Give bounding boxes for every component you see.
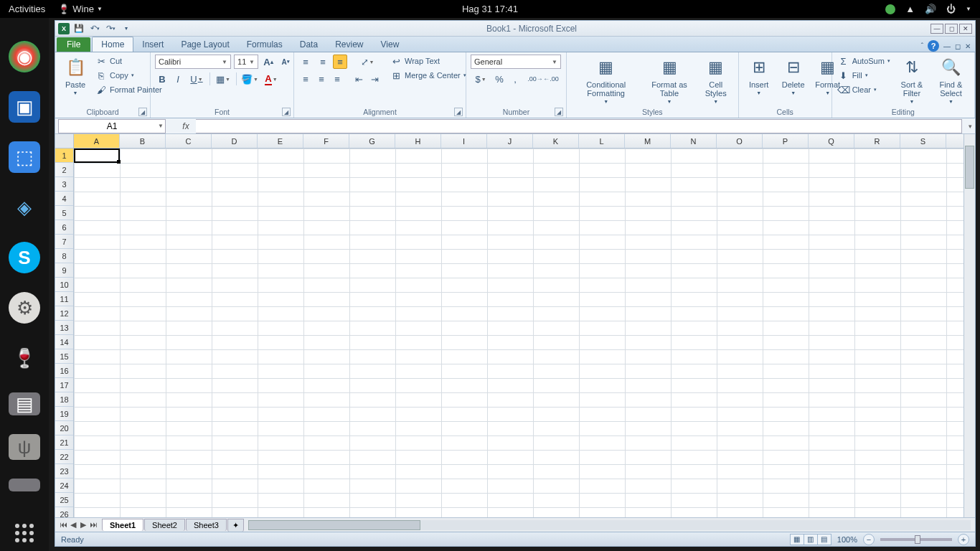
row-header-4[interactable]: 4 <box>55 192 73 206</box>
clear-button[interactable]: ⌫Clear▾ <box>837 83 892 96</box>
help-icon[interactable]: ? <box>928 40 939 52</box>
column-header-L[interactable]: L <box>579 134 625 148</box>
power-icon[interactable]: ⏻ <box>946 4 956 14</box>
column-header-B[interactable]: B <box>120 134 166 148</box>
find-select-button[interactable]: 🔍Find & Select▼ <box>932 55 970 105</box>
column-header-E[interactable]: E <box>258 134 303 148</box>
column-header-M[interactable]: M <box>625 134 671 148</box>
sheet-nav-prev[interactable]: ◀ <box>68 520 78 529</box>
view-page-layout-button[interactable]: ▥ <box>804 534 818 545</box>
qat-redo[interactable]: ↷▾ <box>104 22 117 35</box>
tab-view[interactable]: View <box>372 37 408 52</box>
row-header-8[interactable]: 8 <box>55 249 73 263</box>
row-header-3[interactable]: 3 <box>55 177 73 192</box>
increase-font-button[interactable]: A▴ <box>261 55 275 69</box>
active-cell[interactable] <box>74 149 120 163</box>
name-box[interactable]: A1▼ <box>58 119 166 133</box>
column-header-D[interactable]: D <box>212 134 258 148</box>
app-menu[interactable]: 🍷 Wine ▼ <box>58 4 103 14</box>
row-header-18[interactable]: 18 <box>55 392 73 407</box>
view-normal-button[interactable]: ▦ <box>790 534 804 545</box>
align-left-button[interactable]: ≡ <box>298 72 313 86</box>
row-header-16[interactable]: 16 <box>55 364 73 378</box>
vertical-scrollbar[interactable] <box>963 134 975 517</box>
sheet-nav-last[interactable]: ⏭ <box>88 520 98 529</box>
tab-data[interactable]: Data <box>291 37 326 52</box>
formula-input[interactable] <box>196 119 962 133</box>
column-header-G[interactable]: G <box>349 134 395 148</box>
dock-removable[interactable]: ▤ <box>9 392 40 415</box>
column-header-R[interactable]: R <box>854 134 900 148</box>
dock-vbox-mgr[interactable]: ◈ <box>9 192 40 223</box>
expand-formula-bar[interactable]: ▾ <box>965 123 975 130</box>
row-header-7[interactable]: 7 <box>55 235 73 249</box>
dock-usb[interactable]: ψ <box>9 434 40 460</box>
row-header-15[interactable]: 15 <box>55 349 73 364</box>
zoom-out-button[interactable]: − <box>863 534 875 545</box>
cell-styles-button[interactable]: ▦Cell Styles▼ <box>698 55 734 105</box>
row-header-13[interactable]: 13 <box>55 321 73 335</box>
row-header-1[interactable]: 1 <box>55 149 73 163</box>
chevron-down-icon[interactable]: ▼ <box>966 6 971 12</box>
column-header-C[interactable]: C <box>166 134 212 148</box>
clipboard-dialog-launcher[interactable]: ◢ <box>138 108 147 116</box>
new-sheet-button[interactable]: ✦ <box>227 519 244 532</box>
zoom-in-button[interactable]: + <box>958 534 969 545</box>
show-applications[interactable] <box>15 524 34 542</box>
sheet-tab-3[interactable]: Sheet3 <box>186 519 227 531</box>
comma-format-button[interactable]: , <box>508 72 522 86</box>
font-size-combo[interactable]: 11▼ <box>234 55 258 69</box>
dock-skype[interactable]: S <box>9 242 40 273</box>
merge-center-button[interactable]: ⊞Merge & Center▾ <box>389 69 468 82</box>
row-header-12[interactable]: 12 <box>55 306 73 321</box>
wifi-icon[interactable]: ▲ <box>905 4 915 14</box>
select-all-corner[interactable] <box>55 134 74 148</box>
maximize-button[interactable]: ◻ <box>945 24 958 34</box>
qat-customize[interactable]: ▾ <box>120 22 133 35</box>
row-header-20[interactable]: 20 <box>55 421 73 435</box>
paste-button[interactable]: 📋 Paste ▼ <box>60 55 91 97</box>
column-header-P[interactable]: P <box>763 134 809 148</box>
qat-save[interactable]: 💾 <box>72 22 85 35</box>
tab-review[interactable]: Review <box>326 37 372 52</box>
row-header-24[interactable]: 24 <box>55 479 73 493</box>
number-format-combo[interactable]: General▼ <box>471 55 561 69</box>
file-tab[interactable]: File <box>57 37 90 52</box>
increase-decimal-button[interactable]: .00→ <box>528 72 542 86</box>
close-button[interactable]: ✕ <box>959 24 972 34</box>
workbook-restore[interactable]: ◻ <box>955 42 961 50</box>
align-middle-button[interactable]: ≡ <box>316 55 330 69</box>
wrap-text-button[interactable]: ↩Wrap Text <box>389 55 468 67</box>
column-header-O[interactable]: O <box>717 134 763 148</box>
workbook-close[interactable]: ✕ <box>965 42 971 50</box>
sheet-nav-first[interactable]: ⏮ <box>58 520 68 529</box>
align-right-button[interactable]: ≡ <box>330 72 344 86</box>
fx-icon[interactable]: fx <box>179 121 193 131</box>
workbook-minimize[interactable]: — <box>943 42 951 50</box>
italic-button[interactable]: I <box>171 72 185 86</box>
align-bottom-button[interactable]: ≡ <box>333 55 347 69</box>
delete-cells-button[interactable]: ⊟Delete▼ <box>778 55 809 97</box>
insert-cells-button[interactable]: ⊞Insert▼ <box>743 55 775 97</box>
row-header-17[interactable]: 17 <box>55 378 73 392</box>
sheet-tab-1[interactable]: Sheet1 <box>102 519 143 531</box>
row-header-26[interactable]: 26 <box>55 507 73 517</box>
number-dialog-launcher[interactable]: ◢ <box>555 108 563 116</box>
row-header-22[interactable]: 22 <box>55 450 73 464</box>
dock-wine[interactable]: 🍷 <box>9 342 40 374</box>
row-header-10[interactable]: 10 <box>55 278 73 292</box>
dock-chrome[interactable]: ◉ <box>9 41 40 72</box>
column-header-H[interactable]: H <box>395 134 441 148</box>
autosum-button[interactable]: ΣAutoSum▾ <box>837 55 892 67</box>
row-header-11[interactable]: 11 <box>55 292 73 306</box>
row-header-5[interactable]: 5 <box>55 206 73 220</box>
font-color-button[interactable]: A▼ <box>261 72 281 86</box>
column-header-K[interactable]: K <box>533 134 579 148</box>
row-header-21[interactable]: 21 <box>55 435 73 450</box>
decrease-decimal-button[interactable]: ←.00 <box>544 72 558 86</box>
percent-format-button[interactable]: % <box>492 72 507 86</box>
zoom-level[interactable]: 100% <box>837 535 857 544</box>
conditional-formatting-button[interactable]: ▦Conditional Formatting▼ <box>571 55 641 105</box>
column-header-I[interactable]: I <box>441 134 487 148</box>
fill-button[interactable]: ⬇Fill▾ <box>837 69 892 82</box>
